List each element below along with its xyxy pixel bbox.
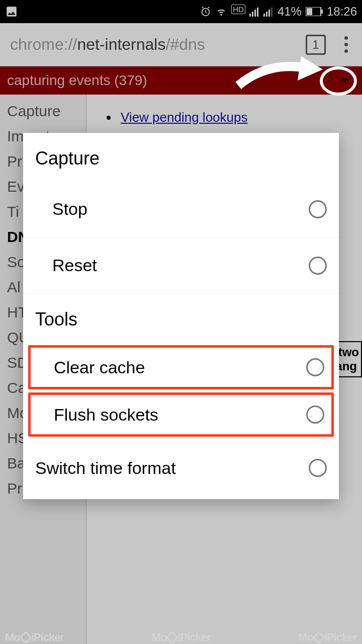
radio-icon [306, 406, 324, 424]
option-label: Stop [52, 199, 87, 219]
section-header-capture: Capture [23, 133, 339, 181]
option-clear-cache[interactable]: Clear cache [28, 345, 334, 389]
watermark-row: MoiPicker MoiPicker MoiPicker [0, 622, 362, 644]
option-label: Reset [52, 256, 97, 275]
radio-icon [309, 200, 327, 218]
radio-icon [309, 257, 327, 275]
option-flush-sockets[interactable]: Flush sockets [28, 392, 334, 437]
watermark: MoiPicker [5, 631, 64, 644]
watermark: MoiPicker [152, 631, 211, 644]
capture-menu-dialog: Capture Stop Reset Tools Clear cache Flu… [23, 133, 339, 499]
radio-icon [306, 358, 324, 376]
option-label: Switch time format [35, 458, 176, 478]
option-switch-time-format[interactable]: Switch time format [23, 440, 339, 496]
option-label: Flush sockets [54, 405, 158, 425]
annotation-arrow-icon [233, 50, 324, 96]
option-label: Clear cache [54, 358, 145, 377]
option-stop[interactable]: Stop [23, 181, 339, 237]
annotation-circle [320, 66, 357, 96]
watermark: MoiPicker [298, 631, 357, 644]
option-reset[interactable]: Reset [23, 237, 339, 294]
section-header-tools: Tools [23, 294, 339, 342]
radio-icon [309, 459, 327, 477]
